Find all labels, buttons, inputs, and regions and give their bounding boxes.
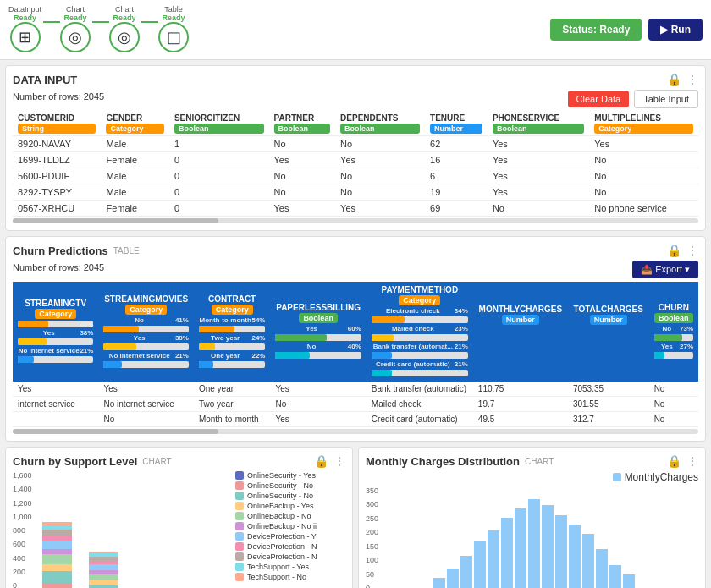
churn-support-chart-section: Churn by Support Level CHART 🔒 ⋮ 1,6001,… <box>5 447 353 588</box>
churn-col-streamingmovies: STREAMINGMOVIESCategoryNo 41%Yes 38%No i… <box>98 282 193 382</box>
histogram-bar <box>555 515 567 588</box>
churn-support-header: Churn by Support Level CHART 🔒 ⋮ <box>13 454 345 468</box>
menu-icon-churn: ⋮ <box>686 244 698 257</box>
data-input-scrollbar[interactable] <box>13 218 698 223</box>
export-button[interactable]: 📤 Export ▾ <box>632 261 698 278</box>
pipeline-steps: DataInput Ready ⊞ Chart Ready ◎ Chart Re… <box>8 5 190 54</box>
lock-icon-monthly: 🔒 <box>667 454 681 468</box>
histogram-bar <box>501 518 513 588</box>
churn-col-paymentmethod: PAYMENTMETHODCategoryElectronic check 34… <box>367 282 473 382</box>
step-label-chart1: Chart <box>66 5 85 14</box>
churn-support-icons: 🔒 ⋮ <box>314 454 345 468</box>
churn-row-count: Number of rows: 2045 <box>13 262 104 272</box>
churn-predictions-header: Churn Predictions TABLE 🔒 ⋮ <box>13 244 698 257</box>
charts-row: Churn by Support Level CHART 🔒 ⋮ 1,6001,… <box>5 447 706 588</box>
histogram-bar <box>596 549 608 588</box>
histogram-bar <box>582 534 594 588</box>
legend-item: OnlineBackup - Yes <box>235 502 345 510</box>
churn-col-monthlycharges: MONTHLYCHARGESNumber <box>473 282 568 382</box>
connector-2 <box>92 21 109 23</box>
legend-item: DeviceProtection - Yi <box>235 532 345 541</box>
pipeline-step-table[interactable]: Table Ready ◫ <box>158 5 189 54</box>
export-chevron-icon: ▾ <box>685 264 690 274</box>
connector-3 <box>141 21 158 23</box>
legend-item: DeviceProtection - N <box>235 552 345 561</box>
churn-support-y-axis: 1,6001,4001,2001,0008006004002000 <box>13 471 32 588</box>
step-icon-chart2: ◎ <box>109 22 140 52</box>
col-header-tenure: TENURENumber <box>425 112 488 136</box>
col-header-customerid: CUSTOMERIDString <box>13 112 101 136</box>
table-row: 1699-TLDLZFemale0YesYes16YesNo <box>13 152 698 168</box>
monthly-charges-legend-label: MonthlyCharges <box>625 471 698 483</box>
pipeline-bar: DataInput Ready ⊞ Chart Ready ◎ Chart Re… <box>0 0 711 60</box>
table-row: 0567-XRHCUFemale0YesYes69NoNo phone serv… <box>13 201 698 217</box>
export-icon: 📤 <box>641 264 653 274</box>
step-icon-data-input: ⊞ <box>10 22 41 52</box>
churn-data-row: YesYesOne yearYesBank transfer (automati… <box>13 382 698 397</box>
legend-item: TechSupport - No <box>235 573 345 581</box>
lock-icon-churn: 🔒 <box>667 244 681 257</box>
clear-data-button[interactable]: Clear Data <box>568 91 630 107</box>
run-button[interactable]: ▶ Run <box>648 19 703 41</box>
col-header-partner: PARTNERBoolean <box>269 112 336 136</box>
col-header-phoneservice: PHONESERVICEBoolean <box>488 112 589 136</box>
churn-predictions-title: Churn Predictions TABLE <box>13 245 140 257</box>
table-row: 8920-NAVAYMale1NoNo62YesYes <box>13 136 698 152</box>
data-input-actions: Clear Data Table Input <box>568 90 698 108</box>
col-header-seniorcitizen: SENIORCITIZENBoolean <box>169 112 269 136</box>
pipeline-actions: Status: Ready ▶ Run <box>550 19 703 41</box>
data-input-row-count: Number of rows: 2045 <box>13 91 104 102</box>
churn-data-row: NoMonth-to-monthYesCredit card (automati… <box>13 412 698 427</box>
monthly-charges-legend-dot <box>613 473 621 481</box>
churn-scrollbar[interactable] <box>13 429 698 434</box>
table-input-button[interactable]: Table Input <box>634 90 698 108</box>
data-input-title: DATA INPUT <box>13 74 77 86</box>
histogram-bar <box>474 541 486 588</box>
histogram-bar <box>515 508 526 588</box>
histogram-bar <box>447 569 459 588</box>
stacked-bar-group-no <box>42 488 72 588</box>
data-input-section: DATA INPUT 🔒 ⋮ Number of rows: 2045 Clea… <box>5 65 706 231</box>
histogram-bar <box>488 530 499 588</box>
menu-icon: ⋮ <box>686 73 698 86</box>
legend-item: OnlineBackup - No <box>235 512 345 520</box>
legend-item: DeviceProtection - N <box>235 542 345 551</box>
legend-item: OnlineSecurity - No <box>235 481 345 490</box>
status-button[interactable]: Status: Ready <box>550 19 642 41</box>
churn-support-chart-inner: 1,6001,4001,2001,0008006004002000 NoYes … <box>13 471 345 588</box>
histogram-bar <box>569 525 581 588</box>
step-status-chart2: Ready <box>113 14 136 22</box>
pipeline-step-chart2[interactable]: Chart Ready ◎ <box>109 5 140 54</box>
legend-item: OnlineSecurity - No <box>235 492 345 500</box>
legend-item: TechSupport - Yes <box>235 563 345 571</box>
step-status-table: Ready <box>163 14 185 22</box>
histogram-bar <box>542 505 554 588</box>
step-label-table: Table <box>164 5 183 14</box>
step-status-data-input: Ready <box>14 14 36 22</box>
monthly-charges-icons: 🔒 ⋮ <box>667 454 698 468</box>
stacked-bar-group-yes <box>89 488 118 588</box>
lock-icon-support: 🔒 <box>314 454 328 468</box>
pipeline-step-data-input[interactable]: DataInput Ready ⊞ <box>8 5 41 54</box>
table-row: 5600-PDUIFMale0NoNo6YesNo <box>13 168 698 184</box>
col-header-multiplelines: MULTIPLELINESCategory <box>589 112 698 136</box>
connector-1 <box>43 21 60 23</box>
pipeline-step-chart1[interactable]: Chart Ready ◎ <box>60 5 91 54</box>
churn-data-row: internet serviceNo internet serviceTwo y… <box>13 397 698 412</box>
step-label-chart2: Chart <box>115 5 134 14</box>
churn-col-streamingtv: STREAMINGTVCategory 40%Yes 38%No interne… <box>13 282 98 382</box>
churn-support-legend: OnlineSecurity - YesOnlineSecurity - NoO… <box>235 471 345 588</box>
table-row: 8292-TYSPYMale0NoNo19YesNo <box>13 184 698 201</box>
histogram-bar <box>528 499 540 588</box>
churn-col-paperlessbilling: PAPERLESSBILLINGBooleanYes 60%No 40% <box>270 282 366 382</box>
churn-table: STREAMINGTVCategory 40%Yes 38%No interne… <box>13 282 698 427</box>
churn-col-churn: CHURNBooleanNo 73%Yes 27% <box>649 282 698 382</box>
monthly-charges-header: Monthly Charges Distribution CHART 🔒 ⋮ <box>366 454 698 468</box>
histogram-bar <box>623 574 635 588</box>
legend-item: OnlineSecurity - Yes <box>235 471 345 480</box>
monthly-charges-legend-item: MonthlyCharges <box>613 471 698 483</box>
step-status-chart1: Ready <box>64 14 87 22</box>
lock-icon: 🔒 <box>667 73 681 86</box>
churn-support-title: Churn by Support Level CHART <box>13 455 172 468</box>
step-icon-table: ◫ <box>158 22 189 52</box>
